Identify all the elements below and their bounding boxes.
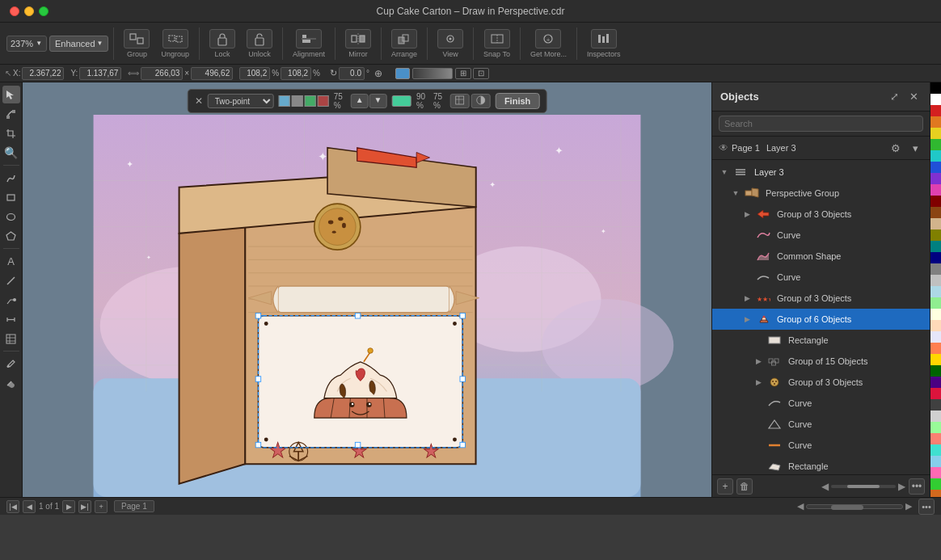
scale-y-input[interactable] <box>281 67 311 80</box>
tree-item-curve3[interactable]: ▶ Curve <box>712 393 930 414</box>
add-object-btn[interactable]: + <box>717 478 733 495</box>
tree-item-group15[interactable]: ▶ Group of 15 Objects <box>712 351 930 372</box>
color-swatch-purple[interactable] <box>930 173 941 184</box>
group-tool[interactable]: Group <box>119 27 154 60</box>
add-page-btn[interactable]: + <box>95 500 108 513</box>
color-swatch-white[interactable] <box>930 94 941 105</box>
fill-color[interactable] <box>395 68 410 79</box>
panel-close-icon[interactable]: ✕ <box>905 89 922 105</box>
tree-item-rect2[interactable]: ▶ Rectangle <box>712 456 930 474</box>
more-options-btn[interactable]: ••• <box>909 478 925 495</box>
persp-arrow-down[interactable]: ▼ <box>369 94 387 108</box>
tree-item-curve2[interactable]: ▶ Curve <box>712 267 930 288</box>
color-swatch-cyan[interactable] <box>930 150 941 162</box>
next-page-btn[interactable]: ▶ <box>62 500 75 513</box>
color-swatch-salmon[interactable] <box>930 433 941 444</box>
persp-grid-btn[interactable] <box>450 94 470 108</box>
color-swatch-palegreen[interactable] <box>930 422 941 433</box>
color-swatch-pink[interactable] <box>930 184 941 196</box>
scale-x-input[interactable] <box>239 67 270 80</box>
tree-item-curve4[interactable]: ▶ Curve <box>712 414 930 435</box>
color-swatch-lime[interactable] <box>930 478 941 490</box>
rectangle-tool[interactable] <box>2 188 20 206</box>
view-tool[interactable]: View <box>433 27 468 60</box>
color-swatch-darkgreen[interactable] <box>930 365 941 377</box>
height-input[interactable] <box>191 67 233 80</box>
color-swatch-navy[interactable] <box>930 252 941 263</box>
line-tool[interactable] <box>2 272 20 289</box>
page-tab[interactable]: Page 1 <box>114 500 154 512</box>
layer-menu-icon[interactable]: ▾ <box>907 140 923 156</box>
scroll-bar-left[interactable]: ◀ <box>797 501 804 512</box>
color-swatch-skyblue[interactable] <box>930 456 941 467</box>
x-input[interactable] <box>22 67 64 80</box>
node-tool[interactable] <box>2 105 20 123</box>
tree-item-curve5[interactable]: ▶ Curve <box>712 435 930 456</box>
color-swatch-gold[interactable] <box>930 354 941 365</box>
scroll-left-icon[interactable]: ◀ <box>821 481 829 492</box>
ellipse-tool[interactable] <box>2 208 20 225</box>
polygon-tool[interactable] <box>2 227 20 245</box>
alignment-tool[interactable]: Alignment <box>288 27 330 60</box>
view-btn-2[interactable]: ⊡ <box>473 68 489 79</box>
color-swatch-hotpink[interactable] <box>930 467 941 478</box>
dimension-tool[interactable] <box>2 310 20 328</box>
more-status-btn[interactable]: ••• <box>918 499 935 515</box>
color-swatch-darkgrey[interactable] <box>930 399 941 411</box>
color-swatch-lavender[interactable] <box>930 331 941 343</box>
tree-item-commonshape[interactable]: ▶ Common Shape <box>712 246 930 267</box>
enhanced-button[interactable]: Enhanced ▼ <box>49 36 108 52</box>
color-swatch-lightgrey[interactable] <box>930 411 941 422</box>
color-swatch-crimson[interactable] <box>930 388 941 399</box>
rotation-input[interactable] <box>339 67 365 80</box>
zoom-dropdown[interactable]: 237% ▼ <box>6 36 47 52</box>
persp-arrow-up[interactable]: ▲ <box>351 94 369 108</box>
color-swatch-olive[interactable] <box>930 229 941 241</box>
canvas-area[interactable]: ✕ Two-point One-point Three-point 75 % ▲… <box>23 82 711 497</box>
eyedropper-tool[interactable] <box>2 355 20 373</box>
prev-page-btn[interactable]: ◀ <box>23 500 36 513</box>
color-swatch-indigo[interactable] <box>930 377 941 388</box>
mirror-tool[interactable]: Mirror <box>340 27 376 60</box>
tree-item-curve1[interactable]: ▶ Curve <box>712 225 930 246</box>
fill-tool[interactable] <box>2 374 20 392</box>
color-swatch-darkred[interactable] <box>930 196 941 207</box>
text-tool[interactable]: A <box>2 252 20 270</box>
color-swatch-chocolate[interactable] <box>930 490 941 497</box>
tree-item-group6[interactable]: ▶ Group of 6 Objects <box>712 309 930 330</box>
inspectors-tool[interactable]: Inspectors <box>582 27 626 60</box>
drawing-canvas[interactable]: ✦ ✦ ✦ ✦ ✦ ✦ ✦ ✦ <box>23 115 711 497</box>
unlock-tool[interactable]: Unlock <box>242 27 277 60</box>
close-button[interactable] <box>10 6 19 16</box>
persp-opacity-btn[interactable] <box>471 94 491 108</box>
color-swatch-grey[interactable] <box>930 263 941 275</box>
last-page-btn[interactable]: ▶| <box>78 500 91 513</box>
lock-tool[interactable]: Lock <box>205 27 240 60</box>
color-swatch-black[interactable] <box>930 82 941 94</box>
select-tool[interactable] <box>2 86 20 103</box>
scroll-bar-right[interactable]: ▶ <box>905 501 912 512</box>
color-swatch-tan[interactable] <box>930 218 941 229</box>
color-swatch-blue[interactable] <box>930 162 941 173</box>
scroll-right-icon[interactable]: ▶ <box>898 481 905 492</box>
tree-item-rect1[interactable]: ▶ Rectangle <box>712 330 930 351</box>
color-swatch-red[interactable] <box>930 105 941 116</box>
color-swatch-teal[interactable] <box>930 241 941 252</box>
connector-tool[interactable] <box>2 291 20 309</box>
view-btn-1[interactable]: ⊞ <box>455 68 471 79</box>
color-swatch-coral[interactable] <box>930 343 941 354</box>
snap-tool[interactable]: Snap To <box>479 27 515 60</box>
tree-item-perspgroup[interactable]: ▼ Perspective Group <box>712 183 930 204</box>
color-swatch-turquoise[interactable] <box>930 444 941 456</box>
color-swatch-peach[interactable] <box>930 320 941 331</box>
color-swatch-orange[interactable] <box>930 116 941 128</box>
first-page-btn[interactable]: |◀ <box>6 500 19 513</box>
tree-item-group3a[interactable]: ▶ Group of 3 Objects <box>712 204 930 225</box>
ungroup-tool[interactable]: Ungroup <box>156 27 194 60</box>
maximize-button[interactable] <box>39 6 49 16</box>
freehand-tool[interactable] <box>2 169 20 187</box>
y-input[interactable] <box>79 67 121 80</box>
get-more-tool[interactable]: + Get More... <box>525 27 572 60</box>
h-scrollbar-thumb[interactable] <box>831 505 863 510</box>
color-swatch-brown[interactable] <box>930 207 941 218</box>
